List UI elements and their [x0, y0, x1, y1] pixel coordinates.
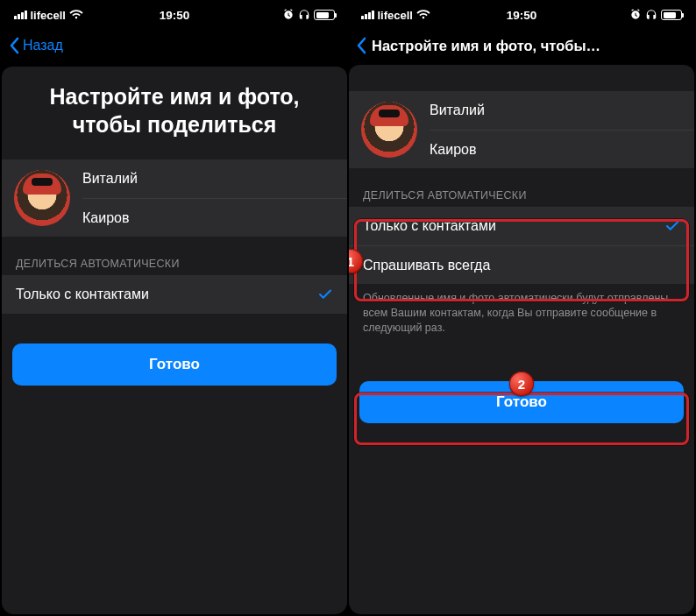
auto-share-list: Только с контактами: [2, 275, 347, 314]
option-label: Спрашивать всегда: [363, 258, 490, 273]
option-always-ask[interactable]: Спрашивать всегда: [349, 245, 694, 284]
callout-2-badge: 2: [509, 372, 534, 396]
auto-share-footer: Обновленные имя и фото автоматически буд…: [349, 284, 694, 339]
nav-title: Настройте имя и фото, чтобы…: [372, 38, 600, 54]
chevron-left-icon: [356, 37, 368, 54]
last-name-field[interactable]: Каиров: [82, 198, 347, 237]
status-bar: lifecell 19:50: [2, 2, 347, 28]
phone-right: lifecell 19:50 Настройте имя и фото, что…: [349, 2, 694, 614]
alarm-icon: [282, 9, 295, 21]
headphones-icon: [645, 9, 657, 21]
carrier-label: lifecell: [378, 9, 413, 22]
signal-icon: [14, 11, 27, 19]
status-bar: lifecell 19:50: [349, 2, 694, 28]
first-name-field[interactable]: Виталий: [430, 91, 694, 130]
avatar[interactable]: [361, 102, 417, 158]
last-name-value: Каиров: [430, 142, 476, 158]
back-button[interactable]: Назад: [9, 37, 63, 54]
done-button[interactable]: Готово: [12, 343, 337, 386]
wifi-icon: [69, 10, 83, 20]
option-contacts-only[interactable]: Только с контактами: [2, 275, 347, 314]
battery-icon: [661, 10, 682, 20]
headphones-icon: [298, 9, 310, 21]
auto-share-header: ДЕЛИТЬСЯ АВТОМАТИЧЕСКИ: [2, 237, 347, 275]
done-label: Готово: [149, 356, 200, 373]
last-name-value: Каиров: [82, 210, 129, 226]
name-card: Виталий Каиров: [349, 91, 694, 168]
phone-left: lifecell 19:50 Назад Настройте имя и фот…: [2, 2, 347, 614]
nav-bar: Назад: [2, 28, 347, 61]
status-time: 19:50: [160, 9, 190, 22]
battery-icon: [314, 10, 335, 20]
first-name-field[interactable]: Виталий: [82, 159, 347, 198]
nav-bar: Настройте имя и фото, чтобы…: [349, 28, 694, 61]
sheet: Виталий Каиров ДЕЛИТЬСЯ АВТОМАТИЧЕСКИ То…: [349, 65, 694, 614]
signal-icon: [361, 11, 374, 19]
checkmark-icon: [317, 287, 333, 302]
carrier-label: lifecell: [31, 9, 66, 22]
avatar[interactable]: [14, 170, 70, 226]
option-label: Только с контактами: [16, 287, 149, 302]
alarm-icon: [629, 9, 642, 21]
sheet: Настройте имя и фото, чтобы поделиться В…: [2, 67, 347, 614]
back-label: Назад: [23, 38, 63, 53]
name-card: Виталий Каиров: [2, 159, 347, 237]
page-title: Настройте имя и фото, чтобы поделиться: [2, 67, 347, 154]
status-time: 19:50: [507, 9, 537, 22]
last-name-field[interactable]: Каиров: [430, 130, 694, 168]
chevron-left-icon: [9, 37, 21, 54]
option-label: Только с контактами: [363, 218, 496, 234]
auto-share-list: Только с контактами Спрашивать всегда: [349, 207, 694, 284]
wifi-icon: [416, 10, 430, 20]
option-contacts-only[interactable]: Только с контактами: [349, 207, 694, 245]
back-button[interactable]: [356, 37, 368, 54]
auto-share-header: ДЕЛИТЬСЯ АВТОМАТИЧЕСКИ: [349, 168, 694, 207]
checkmark-icon: [664, 218, 680, 234]
first-name-value: Виталий: [82, 171, 138, 187]
first-name-value: Виталий: [430, 103, 485, 118]
